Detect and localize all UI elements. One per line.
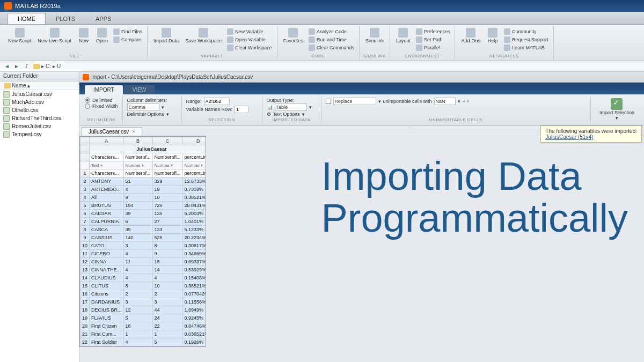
col-header[interactable]: D (182, 137, 206, 145)
cell[interactable]: 51 (123, 178, 152, 186)
clear-workspace-button[interactable]: Clear Workspace (225, 44, 274, 51)
sheet-tab[interactable]: JuliusCaesar.csv× (82, 127, 142, 136)
cell[interactable]: 4 (123, 266, 152, 274)
cell[interactable]: 10 (152, 194, 182, 202)
cell[interactable]: 0.1926% (182, 338, 206, 346)
cell[interactable]: 28.0431% (182, 202, 206, 210)
cell[interactable]: 0.15408% (182, 274, 206, 282)
cell[interactable]: 14 (152, 266, 182, 274)
cell[interactable]: 18 (123, 322, 152, 330)
file-item[interactable]: MuchAdo.csv (0, 98, 79, 106)
cell[interactable]: 2 (123, 290, 152, 298)
cell[interactable]: 27 (152, 218, 182, 226)
column-header-name[interactable]: Name ▴ (0, 82, 79, 90)
header-cell[interactable]: Numberofl... (152, 153, 182, 161)
replace-with-select[interactable]: NaN (434, 98, 456, 105)
cell[interactable]: 3 (123, 298, 152, 306)
cell[interactable]: percentLines (182, 169, 206, 178)
tab-apps[interactable]: APPS (85, 13, 121, 24)
radio-delimited[interactable] (85, 98, 90, 103)
set-path-button[interactable]: Set Path (414, 36, 452, 43)
cell[interactable]: 22 (152, 322, 182, 330)
type-select[interactable]: Number (152, 161, 182, 169)
cell[interactable]: 18 (152, 258, 182, 266)
cell[interactable]: 0.38521% (182, 194, 206, 202)
cell[interactable]: CAESAR (90, 210, 124, 218)
cell[interactable]: CINNA (90, 258, 124, 266)
cell[interactable]: 0.7319% (182, 186, 206, 194)
cell[interactable]: ANTONY (90, 178, 124, 186)
cell[interactable]: DARDANIUS (90, 298, 124, 306)
learn-matlab-button[interactable]: Learn MATLAB (502, 44, 550, 51)
open-variable-button[interactable]: Open Variable (225, 36, 274, 43)
cell[interactable]: 5.1233% (182, 226, 206, 234)
parallel-button[interactable]: Parallel (414, 44, 452, 51)
request-support-button[interactable]: Request Support (502, 36, 550, 43)
cell[interactable]: 5.2003% (182, 210, 206, 218)
cell[interactable]: CASSIUS (90, 234, 124, 242)
type-select[interactable]: Number (123, 161, 152, 169)
output-type-select[interactable]: Table (275, 104, 307, 111)
cell[interactable]: 728 (152, 202, 182, 210)
cell[interactable]: CLITUS (90, 282, 124, 290)
clear-commands-button[interactable]: Clear Commands (307, 44, 356, 51)
cell[interactable]: 0.84746% (182, 322, 206, 330)
cell[interactable]: 24 (152, 314, 182, 322)
cell[interactable]: FLAVIUS (90, 314, 124, 322)
favorites-button[interactable]: Favorites (281, 27, 306, 51)
rule-select[interactable]: Replace (333, 98, 376, 105)
cell[interactable]: First Citizen (90, 322, 124, 330)
varnames-row-input[interactable] (235, 106, 248, 113)
tab-plots[interactable]: PLOTS (46, 13, 85, 24)
cell[interactable]: CICERO (90, 250, 124, 258)
cell[interactable]: 0.38521% (182, 282, 206, 290)
cell[interactable]: Numberof... (123, 169, 152, 178)
cell[interactable]: 19 (152, 186, 182, 194)
run-and-time-button[interactable]: Run and Time (307, 36, 356, 43)
delimiter-select[interactable]: Comma (127, 104, 159, 111)
cell[interactable]: 0.34669% (182, 250, 206, 258)
header-cell[interactable]: percentLines (182, 153, 206, 161)
cell[interactable]: 44 (152, 306, 182, 314)
cell[interactable]: 1 (152, 330, 182, 338)
import-data-button[interactable]: Import Data (151, 27, 181, 51)
cell[interactable]: 3 (123, 242, 152, 250)
cell[interactable]: 3 (152, 298, 182, 306)
variable-name-cell[interactable]: JuliusCaesar (90, 145, 206, 153)
cell[interactable]: Citizens (90, 290, 124, 298)
cell[interactable]: 0.077042% (182, 290, 206, 298)
cell[interactable]: BRUTUS (90, 202, 124, 210)
cell[interactable]: 12.6733% (182, 178, 206, 186)
col-header[interactable]: C (152, 137, 182, 145)
cell[interactable]: 4 (123, 274, 152, 282)
delimiter-options-button[interactable]: Delimiter Options (127, 112, 164, 117)
import-selection-button[interactable]: Import Selection ▾ (595, 97, 639, 122)
replace-checkbox[interactable] (326, 99, 331, 104)
tab-view[interactable]: VIEW (124, 85, 155, 94)
cell[interactable]: CATO (90, 242, 124, 250)
open-button[interactable]: Open (93, 27, 111, 45)
find-files-button[interactable]: Find Files (112, 28, 144, 35)
cell[interactable]: 4 (123, 250, 152, 258)
cell[interactable]: DECIUS BR... (90, 306, 124, 314)
layout-button[interactable]: Layout (393, 27, 413, 51)
radio-fixed-width[interactable] (85, 104, 90, 109)
cell[interactable]: All (90, 194, 124, 202)
cell[interactable]: 525 (152, 234, 182, 242)
new-live-script-button[interactable]: New Live Script (35, 27, 75, 45)
close-icon[interactable]: × (132, 129, 135, 135)
preferences-button[interactable]: Preferences (414, 28, 452, 35)
cell[interactable]: First Soldier (90, 338, 124, 346)
imported-variable-link[interactable]: JuliusCaesar (51x4) (545, 134, 593, 140)
file-item[interactable]: RomeoJuliet.csv (0, 122, 79, 130)
nav-fwd-icon[interactable]: ► (13, 63, 20, 70)
cell[interactable]: 135 (152, 210, 182, 218)
cell[interactable]: 4 (123, 338, 152, 346)
cell[interactable]: 2 (152, 290, 182, 298)
cell[interactable]: 0.038521% (182, 330, 206, 338)
type-select[interactable]: Number (182, 161, 206, 169)
cell[interactable]: 4 (152, 274, 182, 282)
cell[interactable]: Characters... (90, 169, 124, 178)
cell[interactable]: 8 (123, 282, 152, 290)
cell[interactable]: 133 (152, 226, 182, 234)
